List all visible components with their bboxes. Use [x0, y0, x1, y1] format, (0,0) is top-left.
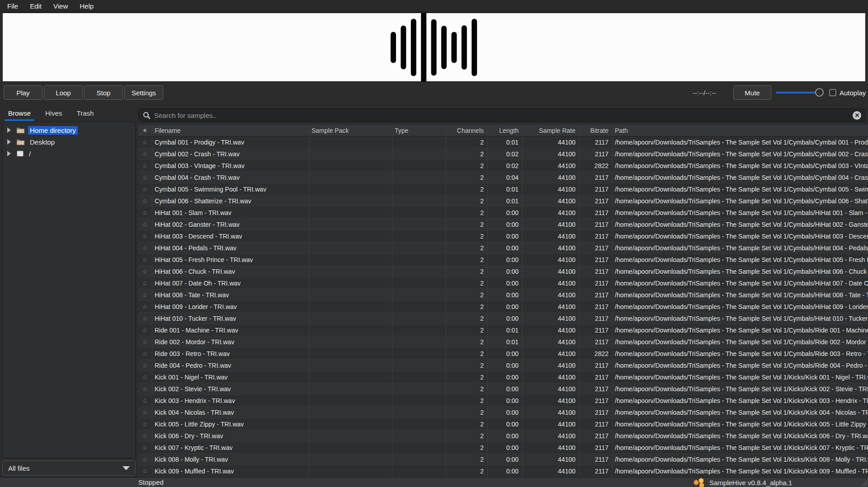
- cell-path: /home/apoorv/Downloads/TriSamples - The …: [613, 324, 868, 336]
- tree-item-home-directory[interactable]: Home directory: [3, 124, 135, 136]
- cell-bitrate: 2117: [580, 207, 613, 218]
- mute-button[interactable]: Mute: [733, 85, 771, 100]
- table-row[interactable]: ☆ Kick 003 - Hendrix - TRI.wav 2 0:00 44…: [138, 395, 868, 407]
- favorite-star-icon[interactable]: ☆: [138, 465, 152, 477]
- favorite-star-icon[interactable]: ☆: [138, 336, 152, 347]
- waveform-display[interactable]: [2, 13, 866, 82]
- favorite-star-icon[interactable]: ☆: [138, 289, 152, 300]
- favorite-star-icon[interactable]: ☆: [138, 407, 152, 418]
- menu-help[interactable]: Help: [74, 0, 99, 12]
- favorite-star-icon[interactable]: ☆: [138, 230, 152, 242]
- settings-button[interactable]: Settings: [124, 85, 163, 100]
- column-header-channels[interactable]: Channels: [446, 125, 488, 136]
- cell-type: [392, 148, 446, 159]
- table-row[interactable]: ☆ Cymbal 006 - Shatterize - TRI.wav 2 0:…: [138, 195, 868, 207]
- volume-slider[interactable]: [776, 92, 824, 94]
- table-row[interactable]: ☆ Ride 001 - Machine - TRI.wav 2 0:01 44…: [138, 324, 868, 336]
- favorite-star-icon[interactable]: ☆: [138, 313, 152, 324]
- table-row[interactable]: ☆ Kick 009 - Muffled - TRI.wav 2 0:00 44…: [138, 465, 868, 477]
- resize-grip[interactable]: [859, 478, 868, 487]
- table-row[interactable]: ☆ Ride 004 - Pedro - TRI.wav 2 0:00 4410…: [138, 360, 868, 371]
- tab-browse[interactable]: Browse: [4, 105, 35, 122]
- table-row[interactable]: ☆ Cymbal 004 - Crash - TRI.wav 2 0:04 44…: [138, 172, 868, 183]
- clear-search-icon[interactable]: [853, 111, 861, 120]
- column-header-sample-rate[interactable]: Sample Rate: [523, 125, 580, 136]
- favorite-star-icon[interactable]: ☆: [138, 195, 152, 206]
- expand-arrow-icon[interactable]: [7, 127, 11, 133]
- favorite-star-icon[interactable]: ☆: [138, 454, 152, 465]
- table-row[interactable]: ☆ HiHat 003 - Descend - TRI.wav 2 0:00 4…: [138, 230, 868, 242]
- favorite-star-icon[interactable]: ☆: [138, 266, 152, 277]
- favorite-star-icon[interactable]: ☆: [138, 207, 152, 218]
- table-row[interactable]: ☆ Ride 002 - Mordor - TRI.wav 2 0:01 441…: [138, 336, 868, 348]
- table-row[interactable]: ☆ Kick 004 - Nicolas - TRI.wav 2 0:00 44…: [138, 407, 868, 418]
- volume-slider-thumb[interactable]: [815, 88, 824, 97]
- tree-item-root[interactable]: /: [3, 148, 135, 159]
- expand-arrow-icon[interactable]: [7, 151, 11, 156]
- table-row[interactable]: ☆ HiHat 008 - Tate - TRI.wav 2 0:00 4410…: [138, 289, 868, 301]
- loop-button[interactable]: Loop: [44, 85, 83, 100]
- favorite-star-icon[interactable]: ☆: [138, 148, 152, 159]
- stop-button[interactable]: Stop: [84, 85, 123, 100]
- favorite-star-icon[interactable]: ☆: [138, 219, 152, 230]
- table-row[interactable]: ☆ Kick 006 - Dry - TRI.wav 2 0:00 44100 …: [138, 430, 868, 442]
- table-row[interactable]: ☆ HiHat 007 - Date Oh - TRI.wav 2 0:00 4…: [138, 277, 868, 289]
- tree-item-desktop[interactable]: Desktop: [3, 136, 135, 148]
- menu-view[interactable]: View: [47, 0, 74, 12]
- column-header-sample-pack[interactable]: Sample Pack: [309, 125, 392, 136]
- table-row[interactable]: ☆ HiHat 001 - Slam - TRI.wav 2 0:00 4410…: [138, 207, 868, 219]
- favorite-star-icon[interactable]: ☆: [138, 324, 152, 336]
- table-row[interactable]: ☆ HiHat 010 - Tucker - TRI.wav 2 0:00 44…: [138, 313, 868, 324]
- table-row[interactable]: ☆ Kick 005 - Little Zippy - TRI.wav 2 0:…: [138, 418, 868, 430]
- table-row[interactable]: ☆ Kick 002 - Stevie - TRI.wav 2 0:00 441…: [138, 383, 868, 395]
- cell-type: [392, 324, 446, 336]
- table-row[interactable]: ☆ Cymbal 002 - Crash - TRI.wav 2 0:02 44…: [138, 148, 868, 160]
- table-row[interactable]: ☆ HiHat 006 - Chuck - TRI.wav 2 0:00 441…: [138, 266, 868, 277]
- favorite-star-icon[interactable]: ☆: [138, 301, 152, 312]
- favorite-star-icon[interactable]: ☆: [138, 172, 152, 183]
- tab-hives[interactable]: Hives: [41, 105, 67, 122]
- column-header-length[interactable]: Length: [488, 125, 523, 136]
- file-filter-dropdown[interactable]: All files: [2, 460, 136, 476]
- favorite-star-icon[interactable]: ☆: [138, 418, 152, 430]
- table-row[interactable]: ☆ Cymbal 001 - Prodigy - TRI.wav 2 0:01 …: [138, 136, 868, 148]
- table-row[interactable]: ☆ Ride 003 - Retro - TRI.wav 2 0:00 4410…: [138, 348, 868, 360]
- column-header-type[interactable]: Type: [392, 125, 446, 136]
- table-row[interactable]: ☆ Kick 008 - Molly - TRI.wav 2 0:00 4410…: [138, 454, 868, 465]
- table-row[interactable]: ☆ HiHat 005 - Fresh Prince - TRI.wav 2 0…: [138, 254, 868, 266]
- favorite-star-icon[interactable]: ☆: [138, 254, 152, 265]
- favorite-star-icon[interactable]: ☆: [138, 371, 152, 383]
- table-row[interactable]: ☆ Kick 001 - Nigel - TRI.wav 2 0:00 4410…: [138, 371, 868, 383]
- favorite-star-icon[interactable]: ☆: [138, 442, 152, 453]
- table-row[interactable]: ☆ HiHat 009 - Lorider - TRI.wav 2 0:00 4…: [138, 301, 868, 313]
- favorite-star-icon[interactable]: ☆: [138, 360, 152, 371]
- column-header-path[interactable]: Path: [613, 125, 868, 136]
- column-header-filename[interactable]: Filename: [152, 125, 309, 136]
- favorite-star-icon[interactable]: ☆: [138, 277, 152, 289]
- favorite-star-icon[interactable]: ☆: [138, 136, 152, 148]
- cell-channels: 2: [446, 383, 488, 394]
- favorite-star-icon[interactable]: ☆: [138, 430, 152, 441]
- search-input[interactable]: [154, 112, 853, 119]
- table-row[interactable]: ☆ HiHat 004 - Pedals - TRI.wav 2 0:00 44…: [138, 242, 868, 254]
- table-row[interactable]: ☆ Cymbal 003 - VIntage - TRI.wav 2 0:02 …: [138, 160, 868, 172]
- table-row[interactable]: ☆ Cymbal 005 - Swimming Pool - TRI.wav 2…: [138, 183, 868, 195]
- expand-arrow-icon[interactable]: [7, 139, 11, 145]
- favorite-star-icon[interactable]: ☆: [138, 395, 152, 406]
- menu-file[interactable]: File: [1, 0, 24, 12]
- play-button[interactable]: Play: [4, 85, 42, 100]
- favorite-star-icon[interactable]: ☆: [138, 183, 152, 195]
- cell-path: /home/apoorv/Downloads/TriSamples - The …: [613, 160, 868, 171]
- tab-trash[interactable]: Trash: [72, 105, 99, 122]
- table-row[interactable]: ☆ Kick 007 - Kryptic - TRI.wav 2 0:00 44…: [138, 442, 868, 454]
- table-row[interactable]: ☆ HiHat 002 - Ganster - TRI.wav 2 0:00 4…: [138, 219, 868, 230]
- menu-edit[interactable]: Edit: [24, 0, 47, 12]
- column-header-bitrate[interactable]: Bitrate: [580, 125, 613, 136]
- autoplay-checkbox[interactable]: [829, 89, 836, 96]
- cell-sample-pack: [309, 383, 392, 394]
- favorite-star-icon[interactable]: ☆: [138, 160, 152, 171]
- favorites-column-header-star-icon[interactable]: ★: [138, 125, 152, 136]
- favorite-star-icon[interactable]: ☆: [138, 383, 152, 394]
- favorite-star-icon[interactable]: ☆: [138, 348, 152, 359]
- favorite-star-icon[interactable]: ☆: [138, 242, 152, 253]
